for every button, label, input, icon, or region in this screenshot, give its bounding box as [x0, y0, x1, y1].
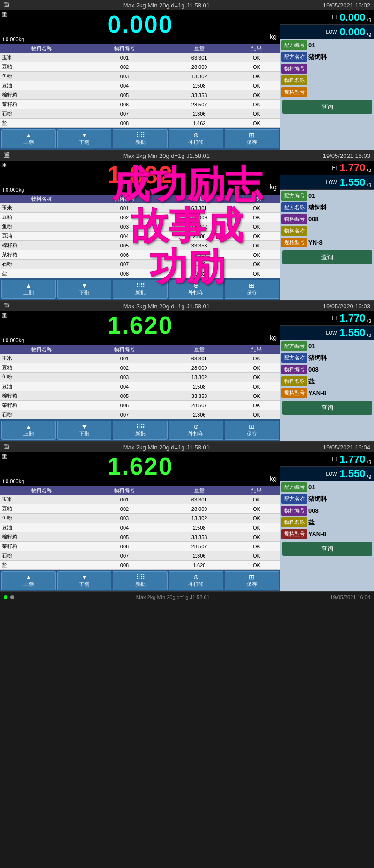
btn-上翻-panel4[interactable]: ▲ 上翻: [1, 571, 56, 590]
btn-icon-2-panel1: ⠿⠿: [136, 132, 145, 138]
btn-下翻-panel1[interactable]: ▼ 下翻: [57, 129, 111, 148]
btn-上翻-panel3[interactable]: ▲ 上翻: [1, 421, 56, 440]
btn-上翻-panel1[interactable]: ▲ 上翻: [1, 129, 56, 148]
table-row-1-panel2: 豆粕00228.009OK: [0, 213, 280, 222]
btn-新批-panel1[interactable]: ⠿⠿ 新批: [113, 129, 167, 148]
material-name-value-panel3: 盐: [308, 377, 373, 386]
btn-label-3-panel2: 补打印: [188, 289, 204, 296]
table-cell-1-2-panel2: 28.009: [166, 213, 233, 222]
formula-name-value-panel3: 猪饲料: [308, 354, 373, 362]
table-row-1-panel1: 豆粕00228.009OK: [0, 62, 280, 72]
query-btn-panel1[interactable]: 查询: [282, 100, 372, 114]
btn-补打印-panel3[interactable]: ⊕ 补打印: [169, 421, 223, 440]
table-cell-5-1-panel1: 006: [83, 100, 166, 109]
btn-补打印-panel4[interactable]: ⊕ 补打印: [169, 571, 223, 590]
table-cell-6-1-panel1: 007: [83, 109, 166, 119]
left-section-panel4: 重 1.620 kg t:0.000kg 物料名称物料编号重量结果: [0, 452, 280, 591]
btn-保存-panel1[interactable]: ⊞ 保存: [225, 129, 279, 148]
table-cell-1-3-panel3: OK: [233, 363, 280, 373]
right-weight-row-hi-panel4: HI 1.770 kg: [280, 452, 374, 467]
table-cell-1-3-panel1: OK: [233, 62, 280, 72]
formula-name-value-panel2: 猪饲料: [308, 203, 373, 212]
spec-label-panel2: 规格型号: [281, 238, 307, 247]
hi-weight-unit-panel1: kg: [366, 17, 371, 23]
hi-weight-unit-panel4: kg: [366, 459, 371, 465]
main-weight-panel1: 0.000: [0, 12, 280, 37]
btn-保存-panel4[interactable]: ⊞ 保存: [225, 571, 279, 590]
zhong-label-panel2: 重: [2, 162, 7, 169]
table-cell-7-0-panel4: 盐: [0, 561, 83, 570]
btn-label-1-panel1: 下翻: [79, 139, 89, 146]
table-cell-3-1-panel1: 004: [83, 81, 166, 90]
right-weight-row-low-panel3: LOW 1.550 kg: [280, 326, 374, 340]
btn-下翻-panel3[interactable]: ▼ 下翻: [57, 421, 111, 440]
btn-icon-0-panel1: ▲: [25, 132, 32, 138]
btn-下翻-panel4[interactable]: ▼ 下翻: [57, 571, 111, 590]
table-cell-4-1-panel2: 005: [83, 241, 166, 250]
table-row-1-panel4: 豆粕00228.009OK: [0, 504, 280, 514]
btn-下翻-panel2[interactable]: ▼ 下翻: [57, 280, 111, 299]
right-weight-row-low-panel1: LOW 0.000 kg: [280, 25, 374, 39]
material-code-label-panel4: 物料编号: [281, 506, 307, 516]
btn-上翻-panel2[interactable]: ▲ 上翻: [1, 280, 56, 299]
right-weight-hi-panel2: HI 1.770 kg LOW 1.550 kg: [280, 161, 374, 190]
table-cell-1-1-panel3: 002: [83, 363, 166, 373]
btn-label-1-panel4: 下翻: [79, 581, 89, 588]
btn-新批-panel3[interactable]: ⠿⠿ 新批: [113, 421, 167, 440]
material-code-value-panel3: 008: [308, 366, 373, 373]
table-row-5-panel1: 菜籽粕00628.507OK: [0, 100, 280, 109]
btn-保存-panel3[interactable]: ⊞ 保存: [225, 421, 279, 440]
table-cell-0-3-panel3: OK: [233, 354, 280, 363]
table-cell-0-1-panel1: 001: [83, 53, 166, 62]
formula-code-value-panel2: 01: [308, 192, 373, 199]
table-row-3-panel1: 豆油0042.508OK: [0, 81, 280, 90]
btn-新批-panel2[interactable]: ⠿⠿ 新批: [113, 280, 167, 299]
table-cell-0-3-panel1: OK: [233, 53, 280, 62]
btn-icon-2-panel4: ⠿⠿: [136, 574, 145, 580]
weight-display-panel1: 重 0.000 kg t:0.000kg: [0, 10, 280, 44]
panel-panel2: 重 Max 2kg Min 20g d=1g J1.58.01 19/05/20…: [0, 150, 374, 301]
table-header-1-panel3: 物料编号: [83, 345, 166, 354]
table-cell-0-2-panel1: 63.301: [166, 53, 233, 62]
hi-label-panel2: HI: [332, 165, 337, 171]
spec-label-panel4: 规格型号: [281, 529, 307, 539]
query-btn-panel4[interactable]: 查询: [282, 542, 372, 556]
btn-新批-panel4[interactable]: ⠿⠿ 新批: [113, 571, 167, 590]
btn-icon-4-panel1: ⊞: [249, 132, 255, 138]
table-cell-7-0-panel1: 盐: [0, 119, 83, 128]
info-formula-code-row-panel2: 配方编号 01: [281, 191, 373, 201]
btn-row-panel3: ▲ 上翻 ▼ 下翻 ⠿⠿ 新批: [0, 419, 280, 441]
table-cell-5-3-panel1: OK: [233, 100, 280, 109]
table-row-2-panel4: 鱼粉00313.302OK: [0, 514, 280, 523]
right-weight-hi-panel1: HI 0.000 kg LOW 0.000 kg: [280, 10, 374, 39]
table-cell-7-3-panel1: OK: [233, 119, 280, 128]
table-cell-1-0-panel3: 豆粕: [0, 363, 83, 373]
table-header-0-panel1: 物料名称: [0, 44, 83, 53]
table-header-0-panel4: 物料名称: [0, 486, 83, 495]
formula-code-label-panel1: 配方编号: [281, 40, 307, 50]
hi-label-panel3: HI: [332, 316, 337, 321]
left-section-panel2: 重 1.882 kg t:0.000kg 物料名称物料编号重量结果: [0, 161, 280, 300]
info-spec-row-panel3: 规格型号 YAN-8: [281, 388, 373, 398]
table-cell-1-3-panel2: OK: [233, 213, 280, 222]
top-bar-left-panel2: 重: [4, 151, 10, 160]
low-weight-unit-panel1: kg: [366, 31, 371, 38]
query-btn-panel3[interactable]: 查询: [282, 401, 372, 415]
btn-icon-3-panel4: ⊕: [193, 574, 199, 580]
btn-补打印-panel2[interactable]: ⊕ 补打印: [169, 280, 223, 299]
table-cell-7-2-panel2: 1.462: [166, 269, 233, 278]
table-cell-4-0-panel2: 棉籽粕: [0, 241, 83, 250]
hi-weight-val-panel2: 1.770: [339, 162, 365, 174]
btn-补打印-panel1[interactable]: ⊕ 补打印: [169, 129, 223, 148]
query-btn-panel2[interactable]: 查询: [282, 250, 372, 264]
table-cell-5-2-panel3: 28.507: [166, 401, 233, 410]
btn-保存-panel2[interactable]: ⊞ 保存: [225, 280, 279, 299]
btn-icon-3-panel3: ⊕: [193, 423, 199, 430]
table-cell-2-1-panel2: 003: [83, 222, 166, 232]
btn-row-panel1: ▲ 上翻 ▼ 下翻 ⠿⠿ 新批: [0, 128, 280, 150]
table-cell-0-3-panel4: OK: [233, 495, 280, 504]
formula-code-value-panel4: 01: [308, 484, 373, 491]
data-table-panel2: 物料名称物料编号重量结果 玉米00163.301OK 豆粕00228.009OK: [0, 195, 280, 278]
left-section-panel3: 重 1.620 kg t:0.000kg 物料名称物料编号重量结果: [0, 311, 280, 441]
right-weight-row-low-panel4: LOW 1.550 kg: [280, 467, 374, 481]
